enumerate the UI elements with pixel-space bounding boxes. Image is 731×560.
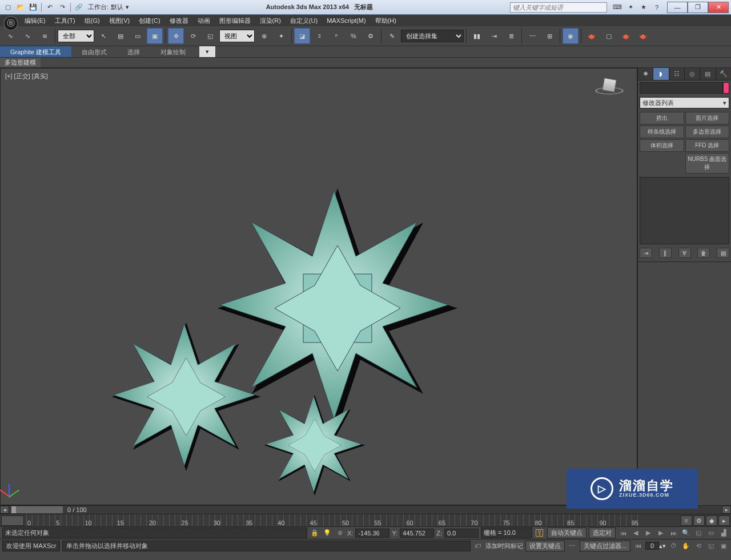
- autokey-button[interactable]: 自动关键点: [547, 527, 587, 538]
- percent-snap-icon[interactable]: ᵖ: [328, 28, 344, 44]
- coord-abs-icon[interactable]: ⊕: [335, 528, 345, 538]
- minimize-button[interactable]: —: [667, 2, 688, 13]
- z-coord-field[interactable]: 0.0: [444, 529, 479, 538]
- isolate-icon[interactable]: 💡: [322, 528, 332, 538]
- nav-fov-icon[interactable]: ▟: [718, 528, 729, 538]
- time-tag-icon[interactable]: 🏷: [473, 541, 483, 551]
- nav-region-icon[interactable]: ▭: [706, 528, 716, 538]
- lock-icon[interactable]: 🔒: [310, 528, 320, 538]
- help-icon[interactable]: ?: [651, 2, 662, 13]
- snap-toggle-icon[interactable]: ◪: [294, 28, 310, 44]
- close-button[interactable]: ✕: [708, 2, 729, 13]
- ribbon-tab-selection[interactable]: 选择: [117, 46, 150, 57]
- make-unique-icon[interactable]: Ɐ: [678, 248, 691, 258]
- goto-start-icon[interactable]: ⏮: [633, 541, 643, 551]
- menu-edit[interactable]: 编辑(E): [20, 15, 50, 26]
- track-prev-icon[interactable]: ◂: [0, 506, 9, 514]
- menu-grapheditors[interactable]: 图形编辑器: [215, 15, 255, 26]
- nav-max-icon[interactable]: ◱: [706, 541, 716, 551]
- ribbon-tab-paint[interactable]: 对象绘制: [150, 46, 196, 57]
- layers-icon[interactable]: ≣: [503, 28, 519, 44]
- mod-polysel[interactable]: 多边形选择: [685, 126, 730, 138]
- align-icon[interactable]: ⇥: [486, 28, 502, 44]
- play-fwd-icon[interactable]: ▶: [656, 528, 666, 538]
- viewport-label[interactable]: [+] [正交] [真实]: [5, 72, 48, 80]
- current-frame-spinner[interactable]: ▴▾: [645, 542, 666, 550]
- mod-ffdsel[interactable]: FFD 选择: [685, 139, 730, 152]
- select-icon[interactable]: ↖: [95, 28, 111, 44]
- selected-filter[interactable]: 选定对: [589, 527, 616, 538]
- menu-view[interactable]: 视图(V): [105, 15, 135, 26]
- save-icon[interactable]: 💾: [27, 2, 39, 13]
- mod-patchsel[interactable]: 面片选择: [685, 112, 730, 124]
- render-prod-icon[interactable]: 🫖: [635, 28, 651, 44]
- x-coord-field[interactable]: -145.36: [355, 529, 389, 538]
- tool1-icon[interactable]: ✦: [625, 2, 636, 13]
- select-region-icon[interactable]: ▭: [130, 28, 146, 44]
- render-setup-icon[interactable]: 🫖: [584, 28, 600, 44]
- help-search-input[interactable]: [510, 2, 607, 13]
- viewcube[interactable]: [593, 72, 625, 104]
- display-tab-icon[interactable]: ▤: [700, 68, 716, 80]
- nav-pan-icon[interactable]: ✋: [681, 541, 691, 551]
- ribbon-expand-icon[interactable]: ▾: [199, 46, 215, 57]
- play-start-icon[interactable]: ⏮: [618, 528, 628, 538]
- hierarchy-tab-icon[interactable]: ☷: [669, 68, 685, 80]
- nav-minmax-icon[interactable]: ▣: [718, 541, 729, 551]
- setkey-button[interactable]: 设置关键点: [525, 541, 565, 551]
- timeline-config-icon[interactable]: ⚙: [693, 515, 705, 526]
- object-name-input[interactable]: [640, 82, 723, 94]
- menu-tools[interactable]: 工具(T): [50, 15, 80, 26]
- mod-nurbs[interactable]: NURBS 曲面选择: [685, 153, 730, 174]
- mirror-icon[interactable]: ▮▮: [469, 28, 485, 44]
- timeline[interactable]: 05101520253035404550556065707580859095 ▿…: [0, 514, 731, 527]
- create-tab-icon[interactable]: ✹: [638, 68, 653, 80]
- menu-animation[interactable]: 动画: [193, 15, 215, 26]
- nav-zoomall-icon[interactable]: ◱: [693, 528, 704, 538]
- render-frame-icon[interactable]: ▢: [601, 28, 617, 44]
- pivot-icon[interactable]: ⊕: [256, 28, 272, 44]
- curve-editor-icon[interactable]: 〰: [524, 28, 540, 44]
- nav-orbit-icon[interactable]: ⟲: [693, 541, 704, 551]
- addtime-label[interactable]: 添加时间标记: [485, 542, 523, 550]
- mod-splinesel[interactable]: 样条线选择: [640, 126, 684, 138]
- timeline-toggle-icon[interactable]: [1, 515, 24, 526]
- mod-extrude[interactable]: 挤出: [640, 112, 684, 124]
- modifier-stack[interactable]: [640, 177, 729, 244]
- open-icon[interactable]: 📂: [15, 2, 26, 13]
- select-name-icon[interactable]: ▤: [113, 28, 128, 44]
- time-slider[interactable]: [11, 506, 63, 513]
- menu-customize[interactable]: 自定义(U): [286, 15, 322, 26]
- show-end-icon[interactable]: ‖: [659, 248, 672, 258]
- redo-icon[interactable]: ↷: [57, 2, 68, 13]
- key-big-icon[interactable]: ⚿: [535, 528, 545, 538]
- play-back-icon[interactable]: ◀: [630, 528, 641, 538]
- timeline-end-icon[interactable]: ▸: [718, 515, 730, 526]
- menu-help[interactable]: 帮助(H): [371, 15, 401, 26]
- y-coord-field[interactable]: 445.752: [400, 529, 434, 538]
- remove-mod-icon[interactable]: 🗑: [697, 248, 710, 258]
- menu-render[interactable]: 渲染(R): [255, 15, 286, 26]
- manipulate-icon[interactable]: ✦: [273, 28, 289, 44]
- modify-tab-icon[interactable]: ◗: [653, 68, 669, 80]
- mod-volsel[interactable]: 体积选择: [640, 139, 684, 152]
- named-sel-icon[interactable]: ✎: [384, 28, 400, 44]
- viewport[interactable]: [+] [正交] [真实]: [0, 68, 637, 505]
- bind-spacewarp-icon[interactable]: ≋: [37, 28, 53, 44]
- keyfilter-button[interactable]: 关键点过滤器...: [580, 541, 630, 551]
- ribbon-panel-label[interactable]: 多边形建模: [0, 58, 41, 67]
- menu-group[interactable]: 组(G): [80, 15, 105, 26]
- ribbon-tab-freeform[interactable]: 自由形式: [71, 46, 117, 57]
- selection-filter[interactable]: 全部: [58, 30, 94, 42]
- move-icon[interactable]: ✥: [168, 28, 184, 44]
- material-editor-icon[interactable]: ◉: [563, 28, 579, 44]
- keymode-icon[interactable]: 〰: [567, 541, 577, 551]
- angle-snap-icon[interactable]: 3: [311, 28, 327, 44]
- scale-icon[interactable]: ◱: [202, 28, 218, 44]
- new-icon[interactable]: ▢: [2, 2, 14, 13]
- play-end-icon[interactable]: ⏭: [668, 528, 678, 538]
- window-crossing-icon[interactable]: ▣: [147, 28, 163, 44]
- spinner-snap-icon[interactable]: %: [346, 28, 362, 44]
- track-next-icon[interactable]: ▸: [722, 506, 731, 514]
- ribbon-tab-graphite[interactable]: Graphite 建模工具: [0, 46, 71, 57]
